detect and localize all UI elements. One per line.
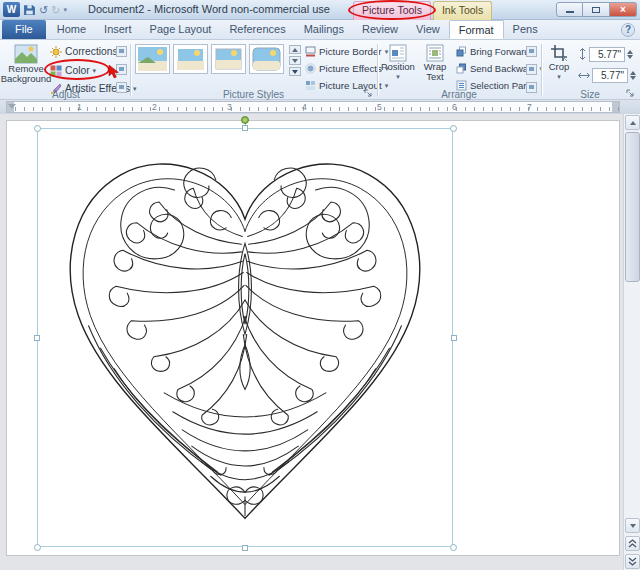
crop-label: Crop xyxy=(549,62,570,72)
maximize-button[interactable] xyxy=(583,2,610,17)
compress-pictures-icon[interactable] xyxy=(116,46,127,57)
vertical-scrollbar[interactable] xyxy=(623,114,640,570)
size-dialog-launcher-icon[interactable] xyxy=(626,89,636,99)
align-objects-icon[interactable] xyxy=(526,46,537,57)
corrections-icon xyxy=(50,46,62,58)
ruler-number: 5 xyxy=(377,102,382,112)
word-window: W ↺ ↻ ▾ Document2 - Microsoft Word non-c… xyxy=(0,0,640,570)
position-label: Position xyxy=(381,62,415,72)
tab-insert[interactable]: Insert xyxy=(95,20,141,39)
tab-home[interactable]: Home xyxy=(48,20,95,39)
styles-scroll-down-icon[interactable] xyxy=(289,56,301,65)
picture-effects-label: Picture Effects xyxy=(319,63,382,74)
height-step-up-icon[interactable] xyxy=(627,50,633,54)
tab-mailings[interactable]: Mailings xyxy=(295,20,353,39)
width-step-up-icon[interactable] xyxy=(630,71,636,75)
styles-scroll-up-icon[interactable] xyxy=(289,45,301,54)
word-logo-icon[interactable]: W xyxy=(3,2,20,17)
tab-page-layout[interactable]: Page Layout xyxy=(141,20,221,39)
picture-effects-button[interactable]: Picture Effects ▾ xyxy=(305,61,389,76)
tab-review[interactable]: Review xyxy=(353,20,407,39)
selection-handle-bottom-left[interactable] xyxy=(34,544,41,551)
ruler-number: 4 xyxy=(302,102,307,112)
bring-forward-button[interactable]: Bring Forward ▾ xyxy=(456,44,536,59)
bring-forward-icon xyxy=(456,46,467,57)
width-step-down-icon[interactable] xyxy=(630,76,636,80)
wrap-text-button[interactable]: Wrap Text xyxy=(418,42,452,88)
close-button[interactable]: × xyxy=(610,2,637,17)
wrap-text-label-2: Text xyxy=(426,72,443,82)
undo-icon[interactable]: ↺ xyxy=(39,3,48,17)
crop-button[interactable]: Crop ▾ xyxy=(544,42,574,88)
ruler-number: 2 xyxy=(152,102,157,112)
bring-forward-label: Bring Forward xyxy=(470,46,530,57)
document-area xyxy=(0,114,640,570)
group-size: Crop ▾ 5.77" 5.77" xyxy=(542,40,638,100)
picture-style-thumbnail-4[interactable] xyxy=(249,44,284,74)
crop-icon xyxy=(550,44,568,62)
group-objects-icon[interactable] xyxy=(526,64,537,75)
tab-file[interactable]: File xyxy=(2,20,46,39)
picture-border-icon xyxy=(305,46,316,57)
document-page[interactable] xyxy=(6,120,620,556)
corrections-label: Corrections xyxy=(65,46,118,57)
help-icon[interactable]: ? xyxy=(621,23,635,37)
redo-icon[interactable]: ↻ xyxy=(51,3,60,17)
ruler-number: 7 xyxy=(527,102,532,112)
tab-pens[interactable]: Pens xyxy=(504,20,547,39)
selection-handle-bottom[interactable] xyxy=(242,545,248,551)
arrange-group-label: Arrange xyxy=(378,89,540,100)
remove-background-button[interactable]: Remove Background xyxy=(4,42,48,88)
height-step-down-icon[interactable] xyxy=(627,55,633,59)
selection-handle-top[interactable] xyxy=(242,125,248,131)
ruler-number: 1 xyxy=(77,102,82,112)
selection-handle-left[interactable] xyxy=(34,335,40,341)
picture-tools-header[interactable]: Picture Tools xyxy=(353,1,431,20)
selection-handle-bottom-right[interactable] xyxy=(450,544,457,551)
position-icon xyxy=(388,44,408,62)
picture-effects-icon xyxy=(305,63,316,74)
remove-background-label-2: Background xyxy=(1,74,52,84)
title-bar: W ↺ ↻ ▾ Document2 - Microsoft Word non-c… xyxy=(0,0,640,20)
next-page-icon[interactable] xyxy=(625,554,640,569)
selection-handle-right[interactable] xyxy=(451,335,457,341)
styles-more-icon[interactable] xyxy=(289,67,301,76)
scrollbar-thumb[interactable] xyxy=(625,132,640,282)
window-title: Document2 - Microsoft Word non-commercia… xyxy=(88,3,330,15)
save-icon[interactable] xyxy=(23,3,36,16)
height-input[interactable]: 5.77" xyxy=(589,47,625,62)
picture-style-thumbnail-3[interactable] xyxy=(211,44,246,74)
width-icon xyxy=(578,71,590,80)
annotation-arrow-cursor xyxy=(108,64,122,79)
ribbon-tab-row: File Home Insert Page Layout References … xyxy=(0,20,640,40)
shape-width-field: 5.77" xyxy=(578,67,636,83)
width-input[interactable]: 5.77" xyxy=(592,68,628,83)
wrap-text-icon xyxy=(425,44,445,62)
scroll-up-icon[interactable] xyxy=(625,115,640,130)
selection-handle-top-right[interactable] xyxy=(450,125,457,132)
picture-border-button[interactable]: Picture Border ▾ xyxy=(305,44,388,59)
picture-selection-border xyxy=(37,128,453,547)
picture-style-thumbnail-2[interactable] xyxy=(173,44,208,74)
minimize-button[interactable] xyxy=(556,2,583,17)
corrections-button[interactable]: Corrections ▾ xyxy=(50,44,124,59)
group-picture-styles: Picture Border ▾ Picture Effects ▾ Pictu… xyxy=(131,40,376,100)
scroll-down-icon[interactable] xyxy=(625,518,640,533)
selection-handle-top-left[interactable] xyxy=(34,125,41,132)
color-button[interactable]: Color ▾ xyxy=(50,63,96,78)
shape-height-field: 5.77" xyxy=(578,46,633,62)
ink-tools-header[interactable]: Ink Tools xyxy=(433,1,492,20)
qat-customize-icon[interactable]: ▾ xyxy=(63,6,67,14)
tab-references[interactable]: References xyxy=(220,20,294,39)
position-button[interactable]: Position ▾ xyxy=(380,42,416,88)
tab-view[interactable]: View xyxy=(407,20,449,39)
rotation-handle[interactable] xyxy=(241,116,249,124)
ribbon: Remove Background Corrections ▾ Colo xyxy=(0,40,640,100)
picture-styles-dialog-launcher-icon[interactable] xyxy=(364,89,374,99)
ruler-number: 3 xyxy=(227,102,232,112)
picture-style-thumbnail-1[interactable] xyxy=(135,44,170,74)
send-backward-icon xyxy=(456,63,467,74)
tab-format[interactable]: Format xyxy=(449,20,504,39)
previous-page-icon[interactable] xyxy=(625,536,640,551)
size-group-label: Size xyxy=(542,89,638,100)
